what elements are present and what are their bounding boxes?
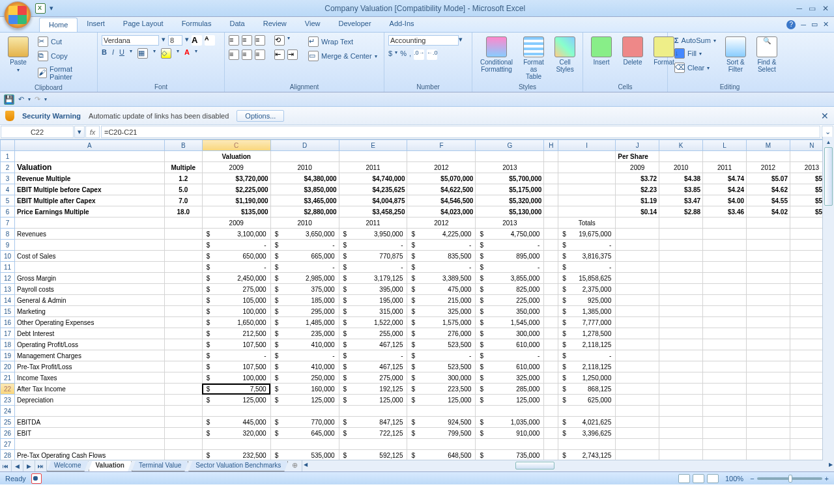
cell-val[interactable]: $4,622,500 — [407, 184, 476, 195]
formula-input[interactable]: =C20-C21 — [101, 126, 820, 138]
cell[interactable] — [703, 406, 747, 417]
cell-pnl[interactable]: $- — [339, 350, 407, 361]
cell-pnl[interactable]: $650,000 — [202, 251, 270, 262]
cell-A18[interactable]: Operating Profit/Loss — [14, 339, 164, 350]
cell[interactable] — [544, 240, 558, 251]
cell-total[interactable]: $- — [558, 240, 616, 251]
cell-B10[interactable] — [164, 251, 202, 262]
cell-pnl[interactable]: $3,950,000 — [339, 229, 407, 240]
cell[interactable] — [703, 240, 747, 251]
cell-pnl[interactable] — [270, 439, 339, 450]
row-header-5[interactable]: 5 — [1, 195, 15, 206]
cell-I2[interactable] — [558, 162, 616, 173]
cell-pnl[interactable]: $410,000 — [270, 339, 339, 350]
cell-pnl[interactable]: $- — [476, 240, 544, 251]
cell-total[interactable]: $3,816,375 — [558, 251, 616, 262]
cell[interactable] — [659, 273, 703, 284]
ribbon-tab-formulas[interactable]: Formulas — [173, 17, 221, 32]
cell-pnl-year[interactable]: 2009 — [202, 217, 270, 229]
cell-A15[interactable]: Marketing — [14, 306, 164, 317]
cell-B4[interactable]: 5.0 — [164, 184, 202, 195]
cell-B20[interactable] — [164, 361, 202, 372]
sheet-tab-valuation[interactable]: Valuation — [89, 461, 132, 471]
ribbon-tab-developer[interactable]: Developer — [329, 17, 380, 32]
cell[interactable] — [703, 328, 747, 339]
cell[interactable] — [659, 284, 703, 295]
qat2-dropdown[interactable]: ▾ — [44, 96, 47, 102]
cell[interactable] — [703, 295, 747, 306]
page-layout-view-button[interactable] — [693, 474, 704, 483]
cell[interactable] — [544, 339, 558, 350]
cell-pnl[interactable]: $325,000 — [476, 372, 544, 384]
cell-total[interactable]: $1,278,500 — [558, 328, 616, 339]
cell[interactable] — [703, 384, 747, 395]
sheet-tab-terminal-value[interactable]: Terminal Value — [132, 461, 188, 471]
cell-G1[interactable] — [476, 151, 544, 162]
fx-button[interactable]: fx — [86, 126, 99, 137]
cell-pnl[interactable]: $1,650,000 — [202, 317, 270, 328]
cell-B24[interactable] — [164, 406, 202, 417]
cell[interactable] — [616, 251, 659, 262]
cell-pnl[interactable] — [407, 406, 476, 417]
cell-pnl[interactable]: $3,650,000 — [270, 229, 339, 240]
cell-A11[interactable] — [14, 262, 164, 273]
cell[interactable] — [616, 406, 659, 417]
cell[interactable] — [747, 328, 790, 339]
cell[interactable] — [544, 439, 558, 450]
row-header-26[interactable]: 26 — [1, 428, 15, 439]
cell-J1[interactable]: Per Share — [616, 151, 659, 162]
cell[interactable] — [703, 317, 747, 328]
cell-pnl[interactable]: $910,000 — [476, 428, 544, 439]
column-header-G[interactable]: G — [476, 140, 544, 151]
cell-pnl[interactable]: $- — [270, 240, 339, 251]
cell[interactable] — [616, 217, 659, 229]
normal-view-button[interactable] — [678, 474, 690, 483]
cell-ps[interactable]: $2.23 — [616, 184, 659, 195]
cell-val[interactable]: $1,190,000 — [202, 195, 270, 206]
cell[interactable] — [747, 229, 790, 240]
spreadsheet-grid[interactable]: ABCDEFGHIJKLMN1ValuationPer Share2Valuat… — [0, 139, 834, 460]
row-header-28[interactable]: 28 — [1, 450, 15, 460]
zoom-in-button[interactable]: + — [825, 475, 829, 483]
cell-pnl[interactable] — [270, 406, 339, 417]
cell-A25[interactable]: EBITDA — [14, 417, 164, 428]
format-painter-button[interactable]: 🖌Format Painter — [35, 64, 93, 82]
macro-record-icon[interactable]: ⏺ — [31, 473, 42, 484]
cell-pnl[interactable]: $2,450,000 — [202, 273, 270, 284]
cell-H1[interactable] — [544, 151, 558, 162]
align-center-icon[interactable]: ≡ — [242, 49, 252, 60]
cell-pnl[interactable]: $100,000 — [202, 306, 270, 317]
column-header-L[interactable]: L — [703, 140, 747, 151]
cell-B25[interactable] — [164, 417, 202, 428]
cell-total[interactable]: $4,021,625 — [558, 417, 616, 428]
cell[interactable] — [659, 306, 703, 317]
cell-L1[interactable] — [703, 151, 747, 162]
copy-button[interactable]: ⧉Copy — [35, 49, 93, 63]
cell-B6[interactable]: 18.0 — [164, 206, 202, 217]
row-header-10[interactable]: 10 — [1, 251, 15, 262]
cell-total[interactable]: $925,000 — [558, 295, 616, 306]
clear-button[interactable]: ⌫Clear ▾ — [672, 61, 719, 74]
cell-pnl[interactable]: $- — [476, 350, 544, 361]
cell-ps[interactable]: $3.46 — [703, 206, 747, 217]
cell-F1[interactable] — [407, 151, 476, 162]
cell-styles-button[interactable]: Cell Styles — [551, 35, 579, 74]
cell[interactable] — [703, 284, 747, 295]
row-header-7[interactable]: 7 — [1, 217, 15, 229]
fill-button[interactable]: ↓Fill ▾ — [672, 47, 719, 60]
new-sheet-button[interactable]: ⊕ — [288, 460, 302, 471]
cell-C1[interactable]: Valuation — [202, 151, 270, 162]
cell[interactable] — [544, 273, 558, 284]
cell-I7[interactable]: Totals — [558, 217, 616, 229]
restore-button[interactable]: ▭ — [809, 4, 816, 13]
cell-pnl[interactable]: $107,500 — [202, 339, 270, 350]
doc-restore-button[interactable]: ▭ — [811, 20, 818, 29]
cell-pnl[interactable]: $4,225,000 — [407, 229, 476, 240]
cell-pnl[interactable]: $445,000 — [202, 417, 270, 428]
name-box[interactable]: C22 — [1, 126, 74, 138]
cell-val[interactable]: $135,000 — [202, 206, 270, 217]
paste-button[interactable]: Paste▾ — [4, 35, 33, 74]
cell[interactable] — [544, 306, 558, 317]
cell-val[interactable]: $5,320,000 — [476, 195, 544, 206]
currency-icon[interactable]: $ — [388, 49, 392, 60]
